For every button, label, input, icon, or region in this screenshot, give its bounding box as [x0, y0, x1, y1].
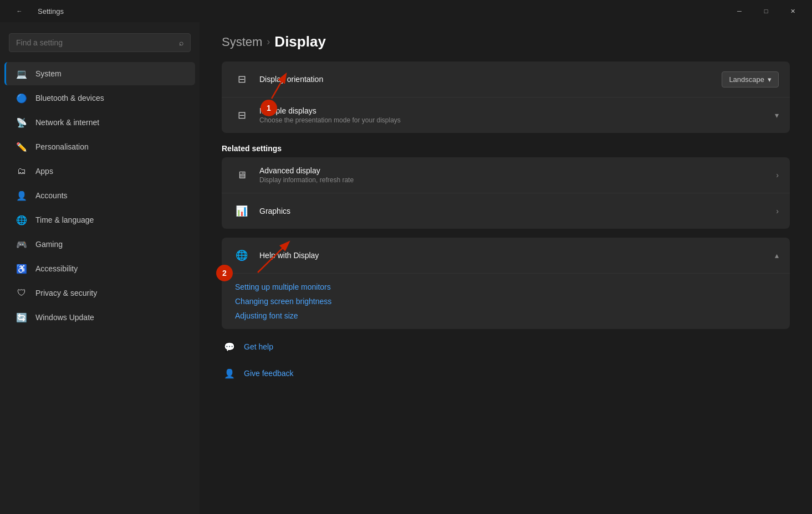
get-help-label: Get help: [244, 342, 273, 351]
sidebar-label-gaming: Gaming: [35, 240, 63, 249]
app-title: Settings: [38, 7, 64, 16]
app-container: ⌕ 💻System🔵Bluetooth & devices📡Network & …: [0, 22, 812, 514]
get-help-icon: 💬: [222, 339, 237, 354]
privacy-icon: 🛡: [16, 287, 28, 299]
graphics-text: Graphics: [259, 207, 776, 215]
sidebar-items: 💻System🔵Bluetooth & devices📡Network & in…: [0, 61, 200, 330]
back-button[interactable]: ←: [7, 2, 32, 20]
sidebar-item-apps[interactable]: 🗂Apps: [4, 160, 195, 183]
apps-icon: 🗂: [16, 165, 28, 177]
give-feedback-icon: 👤: [222, 366, 237, 381]
breadcrumb-parent[interactable]: System: [222, 35, 262, 49]
display-settings-card: ⊟ Display orientation Landscape ▾ ⊟ Mul: [222, 61, 790, 133]
multiple-displays-row[interactable]: ⊟ Multiple displays Choose the presentat…: [222, 97, 790, 133]
give-feedback-label: Give feedback: [244, 369, 294, 378]
help-link-brightness[interactable]: Changing screen brightness: [235, 297, 777, 306]
help-title-text: Help with Display: [259, 251, 775, 260]
advanced-display-icon: 🖥: [233, 166, 251, 184]
sidebar-item-network[interactable]: 📡Network & internet: [4, 111, 195, 134]
multiple-displays-icon: ⊟: [233, 106, 251, 124]
sidebar-label-system: System: [35, 69, 62, 78]
bluetooth-icon: 🔵: [16, 92, 28, 104]
graphics-action[interactable]: ›: [776, 207, 779, 215]
system-icon: 💻: [16, 68, 28, 80]
help-link-monitors[interactable]: Setting up multiple monitors: [235, 282, 777, 291]
multiple-displays-title: Multiple displays: [259, 106, 775, 115]
multiple-displays-action[interactable]: ▾: [775, 111, 779, 120]
update-icon: 🔄: [16, 311, 28, 323]
dropdown-chevron-icon: ▾: [768, 75, 772, 84]
sidebar-label-personalisation: Personalisation: [35, 142, 89, 151]
orientation-dropdown[interactable]: Landscape ▾: [722, 71, 779, 88]
titlebar: ← Settings ─ □ ✕: [0, 0, 812, 22]
sidebar-label-apps: Apps: [35, 167, 53, 176]
time-icon: 🌐: [16, 214, 28, 226]
help-header[interactable]: 🌐 Help with Display ▴: [222, 238, 790, 274]
help-link-font[interactable]: Adjusting font size: [235, 311, 777, 320]
help-links: Setting up multiple monitors Changing sc…: [222, 274, 790, 329]
search-input[interactable]: [16, 38, 175, 47]
advanced-display-text: Advanced display Display information, re…: [259, 166, 776, 184]
advanced-display-row[interactable]: 🖥 Advanced display Display information, …: [222, 157, 790, 193]
window-controls: ─ □ ✕: [727, 2, 805, 20]
help-card: 🌐 Help with Display ▴ Setting up multipl…: [222, 238, 790, 329]
titlebar-left: ← Settings: [7, 2, 64, 20]
content-area: System › Display ⊟ Display orientation L…: [200, 22, 812, 514]
breadcrumb: System › Display: [222, 33, 790, 50]
give-feedback-action[interactable]: 👤 Give feedback: [222, 362, 790, 384]
sidebar-label-accounts: Accounts: [35, 191, 68, 200]
sidebar-item-bluetooth[interactable]: 🔵Bluetooth & devices: [4, 86, 195, 110]
accounts-icon: 👤: [16, 189, 28, 202]
sidebar-label-accessibility: Accessibility: [35, 264, 78, 273]
related-settings-card: 🖥 Advanced display Display information, …: [222, 157, 790, 229]
sidebar-item-privacy[interactable]: 🛡Privacy & security: [4, 281, 195, 305]
multiple-displays-subtitle: Choose the presentation mode for your di…: [259, 116, 775, 124]
help-toggle-action[interactable]: ▴: [775, 251, 779, 260]
multiple-displays-text: Multiple displays Choose the presentatio…: [259, 106, 775, 124]
search-icon: ⌕: [179, 38, 183, 47]
display-orientation-row[interactable]: ⊟ Display orientation Landscape ▾: [222, 61, 790, 97]
graphics-title: Graphics: [259, 207, 776, 215]
close-button[interactable]: ✕: [780, 2, 805, 20]
display-orientation-action[interactable]: Landscape ▾: [722, 71, 779, 88]
sidebar-label-update: Windows Update: [35, 313, 94, 322]
sidebar-label-time: Time & language: [35, 215, 94, 224]
sidebar-item-accessibility[interactable]: ♿Accessibility: [4, 257, 195, 280]
help-icon: 🌐: [233, 246, 251, 264]
advanced-display-chevron-icon: ›: [776, 171, 779, 179]
sidebar-item-accounts[interactable]: 👤Accounts: [4, 184, 195, 207]
bottom-actions: 💬 Get help 👤 Give feedback: [222, 336, 790, 384]
breadcrumb-current: Display: [274, 33, 326, 50]
display-orientation-text: Display orientation: [259, 75, 722, 84]
gaming-icon: 🎮: [16, 238, 28, 250]
graphics-row[interactable]: 📊 Graphics ›: [222, 193, 790, 229]
sidebar-item-time[interactable]: 🌐Time & language: [4, 208, 195, 232]
sidebar-item-system[interactable]: 💻System: [4, 62, 195, 85]
graphics-chevron-icon: ›: [776, 207, 779, 215]
help-title: Help with Display: [259, 251, 775, 260]
sidebar-label-network: Network & internet: [35, 118, 99, 127]
advanced-display-title: Advanced display: [259, 166, 776, 175]
sidebar-item-personalisation[interactable]: ✏️Personalisation: [4, 135, 195, 158]
sidebar-label-bluetooth: Bluetooth & devices: [35, 94, 104, 102]
advanced-display-subtitle: Display information, refresh rate: [259, 176, 776, 184]
personalisation-icon: ✏️: [16, 141, 28, 153]
search-box[interactable]: ⌕: [9, 33, 191, 52]
display-orientation-title: Display orientation: [259, 75, 722, 84]
orientation-value: Landscape: [729, 75, 764, 84]
accessibility-icon: ♿: [16, 263, 28, 275]
graphics-icon: 📊: [233, 202, 251, 220]
breadcrumb-separator: ›: [267, 36, 270, 48]
sidebar-item-update[interactable]: 🔄Windows Update: [4, 306, 195, 329]
get-help-action[interactable]: 💬 Get help: [222, 336, 790, 358]
minimize-button[interactable]: ─: [727, 2, 752, 20]
maximize-button[interactable]: □: [753, 2, 779, 20]
related-settings-heading: Related settings: [222, 144, 790, 153]
sidebar-item-gaming[interactable]: 🎮Gaming: [4, 233, 195, 256]
advanced-display-action[interactable]: ›: [776, 171, 779, 179]
sidebar: ⌕ 💻System🔵Bluetooth & devices📡Network & …: [0, 22, 200, 514]
network-icon: 📡: [16, 116, 28, 128]
content-wrapper: System › Display ⊟ Display orientation L…: [222, 33, 790, 384]
display-orientation-icon: ⊟: [233, 70, 251, 88]
help-chevron-icon: ▴: [775, 251, 779, 260]
